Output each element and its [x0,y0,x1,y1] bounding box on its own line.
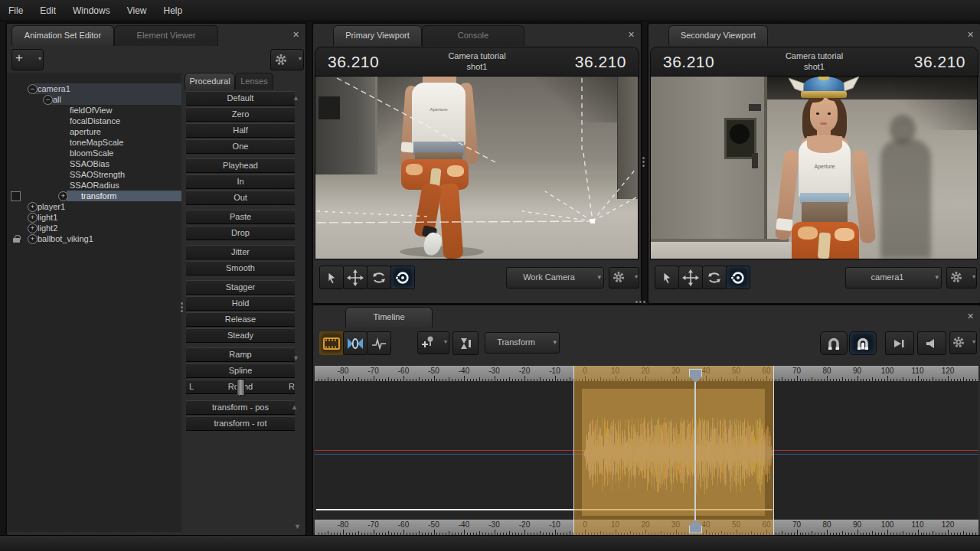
audio-button[interactable] [917,331,946,355]
tree-item-light1[interactable]: +light1 [7,212,181,223]
rotate-tool-button[interactable] [367,266,391,289]
procedural-button-zero[interactable]: Zero [186,107,295,122]
add-keyframe-button[interactable]: ▾ [417,331,449,354]
motion-editor-mode-button[interactable] [343,331,368,355]
expand-icon[interactable]: + [28,202,38,212]
tree-item-camera1[interactable]: −camera1 [7,83,181,94]
tree-item-focalDistance[interactable]: focalDistance [7,116,181,126]
tab-animation-set-editor[interactable]: Animation Set Editor [11,25,114,46]
retime-button[interactable] [452,331,479,355]
move-tool-button[interactable] [678,266,703,289]
tab-lenses[interactable]: Lenses [235,73,273,90]
tree-item-player1[interactable]: +player1 [7,201,181,212]
collapse-icon[interactable]: − [43,95,53,105]
tree-item-ballbot_viking1[interactable]: +ballbot_viking1 [7,233,181,244]
collapse-icon[interactable]: − [28,84,38,94]
splitter-handle[interactable] [181,301,183,314]
scroll-up-icon[interactable]: ▲ [291,403,298,411]
procedural-button-drop[interactable]: Drop [186,226,295,240]
procedural-button-spline[interactable]: Spline [186,364,295,378]
tree-item-light2[interactable]: +light2 [7,223,181,233]
procedural-button-stagger[interactable]: Stagger [186,280,295,295]
snap-frames-button[interactable] [820,331,848,355]
camera-selector-dropdown[interactable]: Work Camera ▾ [506,267,604,289]
primary-3d-scene[interactable]: Aperture [315,76,639,259]
procedural-button-release[interactable]: Release [186,312,295,327]
tree-item-checkbox[interactable] [11,191,21,201]
tree-item-all[interactable]: −all [7,94,181,105]
go-to-end-button[interactable] [885,331,914,355]
close-icon[interactable]: × [965,311,976,322]
orbit-camera-button[interactable] [726,266,750,289]
tab-element-viewer[interactable]: Element Viewer [114,25,218,46]
tree-item-transform[interactable]: +transform [7,191,181,201]
menu-help[interactable]: Help [155,0,191,21]
animation-set-tree[interactable]: −camera1−allfieldOfViewfocalDistanceaper… [7,73,181,532]
expand-icon[interactable]: + [28,213,38,223]
close-icon[interactable]: × [290,29,302,41]
scroll-down-icon[interactable]: ▼ [292,354,299,362]
procedural-button-default[interactable]: Default [186,91,295,106]
tab-timeline[interactable]: Timeline [345,307,433,328]
tree-item-SSAOBias[interactable]: SSAOBias [7,158,181,169]
tree-item-SSAORadius[interactable]: SSAORadius [7,180,181,191]
procedural-button-jitter[interactable]: Jitter [186,245,295,259]
ruler-label: -80 [338,367,348,375]
procedural-button-ramp[interactable]: Ramp [186,347,295,362]
procedural-button-in[interactable]: In [186,174,295,189]
procedural-button-smooth[interactable]: Smooth [186,261,295,276]
close-icon[interactable]: × [965,29,976,41]
procedural-button-hold[interactable]: Hold [186,296,295,311]
shot-clip-region[interactable] [573,366,774,535]
menu-edit[interactable]: Edit [31,0,64,21]
tab-console[interactable]: Console [422,25,524,46]
procedural-button-half[interactable]: Half [186,123,295,138]
splitter-handle[interactable] [634,301,647,303]
rotate-tool-button[interactable] [702,266,727,289]
expand-icon[interactable]: + [28,234,38,244]
secondary-3d-scene[interactable]: Aperture [650,76,978,259]
asE-settings-button[interactable]: ▾ [270,49,304,70]
tree-item-fieldOfView[interactable]: fieldOfView [7,105,181,116]
preset-transform-rot[interactable]: transform - rot [186,416,295,431]
timeline-settings-button[interactable]: ▾ [949,331,977,354]
orbit-camera-icon [394,269,411,286]
tab-secondary-viewport[interactable]: Secondary Viewport [668,25,768,46]
tree-item-aperture[interactable]: aperture [7,126,181,137]
procedural-button-paste[interactable]: Paste [186,210,295,224]
expand-icon[interactable]: + [28,223,38,233]
graph-editor-mode-button[interactable] [367,331,391,355]
procedural-button-out[interactable]: Out [186,191,295,205]
scroll-up-icon[interactable]: ▲ [292,94,299,102]
menu-windows[interactable]: Windows [64,0,119,21]
viewport-settings-button[interactable]: ▾ [946,267,977,289]
move-tool-button[interactable] [343,266,368,289]
select-tool-button[interactable] [655,266,679,289]
clip-editor-mode-button[interactable] [319,331,344,355]
viewport-settings-button[interactable]: ▾ [609,267,639,289]
add-animation-set-button[interactable]: + ▾ [11,49,44,70]
tab-primary-viewport[interactable]: Primary Viewport [333,25,422,46]
tree-item-bloomScale[interactable]: bloomScale [7,148,181,158]
select-tool-button[interactable] [319,266,344,289]
camera-selector-dropdown[interactable]: camera1 ▾ [845,267,942,289]
menu-view[interactable]: View [119,0,155,21]
snap-clips-button[interactable] [849,331,877,355]
preset-transform-pos[interactable]: transform - pos [186,400,295,415]
procedural-button-one[interactable]: One [186,139,295,154]
lock-body [13,238,20,243]
operation-selector-dropdown[interactable]: Transform ▾ [485,332,560,354]
tree-item-SSAOStrength[interactable]: SSAOStrength [7,169,181,180]
close-icon[interactable]: × [626,29,637,41]
shot-name: shot1 [315,61,639,72]
expand-icon[interactable]: + [58,191,68,201]
splitter-handle[interactable] [642,155,645,168]
menu-file[interactable]: File [0,0,31,21]
procedural-button-steady[interactable]: Steady [186,328,295,343]
scroll-down-icon[interactable]: ▼ [294,523,301,530]
tree-item-toneMapScale[interactable]: toneMapScale [7,137,181,148]
procedural-button-playhead[interactable]: Playhead [186,158,295,173]
tab-procedural[interactable]: Procedural [185,73,235,90]
playhead-line[interactable] [694,369,696,532]
orbit-camera-button[interactable] [390,266,415,289]
